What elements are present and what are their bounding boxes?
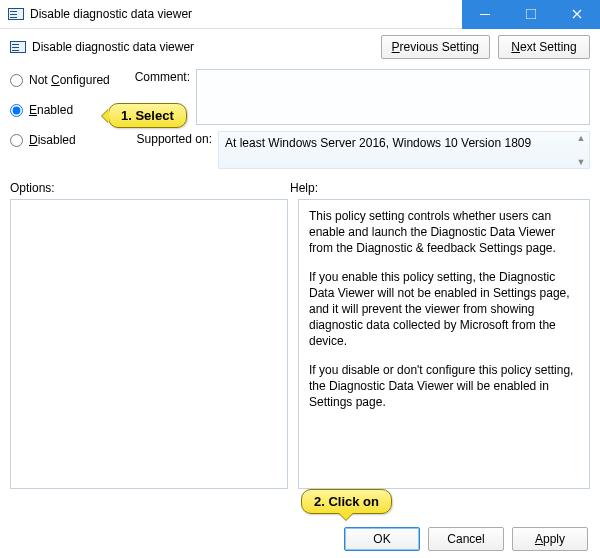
supported-label: Supported on:: [130, 131, 212, 169]
prev-btn-post: revious Setting: [400, 40, 479, 54]
svg-rect-5: [480, 14, 490, 15]
dialog-footer: OK Cancel Apply: [0, 520, 600, 558]
policy-title-row: Disable diagnostic data viewer: [10, 39, 373, 55]
callout-click-on: 2. Click on: [301, 489, 392, 514]
radio-not-configured-row[interactable]: Not Configured: [10, 73, 122, 87]
radio-not-configured-label: Not Configured: [29, 73, 110, 87]
title-bar: Disable diagnostic data viewer: [0, 0, 600, 29]
next-setting-button[interactable]: Next Setting: [498, 35, 590, 59]
svg-rect-3: [10, 14, 17, 15]
help-p3: If you disable or don't configure this p…: [309, 362, 579, 411]
window-title: Disable diagnostic data viewer: [30, 7, 192, 21]
chevron-down-icon[interactable]: ▼: [576, 158, 586, 166]
previous-setting-button[interactable]: Previous Setting: [381, 35, 490, 59]
cancel-button[interactable]: Cancel: [428, 527, 504, 551]
svg-rect-2: [10, 11, 17, 12]
cancel-label: Cancel: [447, 532, 484, 546]
svg-rect-4: [10, 17, 17, 18]
en-u: E: [29, 103, 37, 117]
minimize-button[interactable]: [462, 0, 508, 29]
next-btn-u: N: [511, 40, 520, 54]
supported-value: At least Windows Server 2016, Windows 10…: [225, 136, 531, 150]
nc-pre: Not: [29, 73, 51, 87]
nc-u: C: [51, 73, 60, 87]
help-p1: This policy setting controls whether use…: [309, 208, 579, 257]
radio-enabled[interactable]: [10, 104, 23, 117]
maximize-button[interactable]: [508, 0, 554, 29]
ok-label: OK: [373, 532, 390, 546]
options-label: Options:: [10, 181, 290, 195]
ok-button[interactable]: OK: [344, 527, 420, 551]
chevron-up-icon[interactable]: ▲: [576, 134, 586, 142]
radio-not-configured[interactable]: [10, 74, 23, 87]
apply-button[interactable]: Apply: [512, 527, 588, 551]
radio-disabled-row[interactable]: Disabled: [10, 133, 122, 147]
help-pane: This policy setting controls whether use…: [298, 199, 590, 489]
en-post: nabled: [37, 103, 73, 117]
close-button[interactable]: [554, 0, 600, 29]
dis-u: D: [29, 133, 38, 147]
app-icon: [8, 6, 24, 22]
policy-title: Disable diagnostic data viewer: [32, 40, 194, 54]
help-label: Help:: [290, 181, 590, 195]
radio-disabled-label: Disabled: [29, 133, 76, 147]
nc-post: onfigured: [60, 73, 110, 87]
callout-select: 1. Select: [108, 103, 187, 128]
svg-rect-10: [12, 47, 19, 48]
radio-disabled[interactable]: [10, 134, 23, 147]
supported-field: At least Windows Server 2016, Windows 10…: [218, 131, 590, 169]
radio-enabled-label: Enabled: [29, 103, 73, 117]
dis-post: isabled: [38, 133, 76, 147]
header-row: Disable diagnostic data viewer Previous …: [10, 35, 590, 59]
next-btn-post: ext Setting: [520, 40, 577, 54]
comment-field[interactable]: [196, 69, 590, 125]
help-p2: If you enable this policy setting, the D…: [309, 269, 579, 350]
apply-post: pply: [543, 532, 565, 546]
prev-btn-u: P: [392, 40, 400, 54]
svg-rect-11: [12, 50, 19, 51]
options-pane: [10, 199, 288, 489]
svg-rect-6: [526, 9, 536, 19]
apply-u: A: [535, 532, 543, 546]
policy-icon: [10, 39, 26, 55]
svg-rect-9: [12, 44, 19, 45]
